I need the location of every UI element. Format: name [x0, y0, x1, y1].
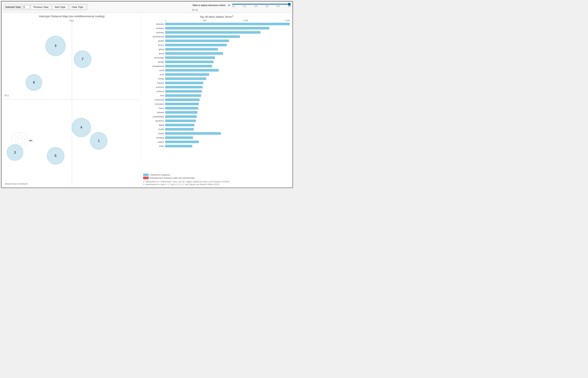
legend-red: Estimated term frequency within the sele…	[143, 177, 290, 179]
bar-label: group	[143, 52, 165, 54]
legend-red-box	[143, 177, 149, 179]
bar-row: pandemic	[143, 119, 290, 123]
topic-circle-6[interactable]: 6	[26, 74, 42, 91]
topic-circle-5[interactable]: 5	[47, 147, 64, 164]
tick-val-1500: 1,500	[285, 19, 290, 22]
bar-row: group	[143, 52, 290, 55]
bar-label: pandemic	[143, 120, 165, 122]
bar-fill	[165, 90, 202, 93]
clear-topic-button[interactable]: Clear Topic	[69, 5, 86, 9]
topic-circle-7[interactable]: 7	[74, 51, 91, 68]
bar-label: growth	[143, 40, 165, 42]
bar-fill	[165, 65, 212, 67]
slider-fill	[232, 4, 291, 5]
tick-06: 0.6	[266, 5, 268, 7]
tick-0: 0.0	[232, 5, 235, 7]
bar-row: support	[143, 140, 290, 144]
tick-val-0: 0	[165, 19, 166, 22]
bar-track	[165, 136, 290, 139]
bar-fill	[165, 86, 202, 88]
topic-circle-1[interactable]: 1	[90, 132, 107, 149]
slider-thumb[interactable]	[288, 3, 291, 6]
bar-row: digital	[143, 123, 290, 127]
bar-track	[165, 40, 290, 42]
bar-fill	[165, 77, 206, 80]
topic-circle-3[interactable]: 3	[45, 36, 66, 56]
previous-topic-button[interactable]: Previous Topic	[31, 5, 51, 9]
bar-track	[165, 120, 290, 122]
tick-02: 0.2	[243, 5, 246, 7]
bar-label: company	[143, 27, 165, 29]
bar-fill	[165, 98, 200, 101]
legend-blue: Overall term frequency	[143, 174, 290, 176]
bar-label: share	[143, 145, 165, 147]
bar-fill	[165, 56, 215, 59]
tick-04: 0.4	[254, 5, 257, 7]
legend-red-label: Estimated term frequency within the sele…	[150, 177, 195, 179]
bar-track	[165, 145, 290, 147]
bar-fill	[165, 44, 227, 46]
bar-row: innovation	[143, 102, 290, 106]
slider-track[interactable]	[232, 4, 291, 5]
intertopic-map-title: Intertopic Distance Map (via multidimens…	[4, 15, 139, 18]
bar-row: service	[143, 43, 290, 47]
marginal-label-2: 10%	[29, 139, 33, 142]
bar-track	[165, 65, 290, 67]
marginal-label: Marginal topic distribution	[5, 183, 28, 185]
bar-row: sustainability	[143, 115, 290, 119]
bar-label: future	[143, 107, 165, 109]
bar-fill	[165, 145, 192, 147]
bar-row: time	[143, 94, 290, 97]
footnote: 1. saliency(term w) = frequency(w) * [su…	[143, 180, 290, 186]
bar-label: sustainability	[143, 116, 165, 118]
bar-fill	[165, 82, 203, 84]
bar-fill	[165, 69, 219, 72]
bar-track	[165, 23, 290, 25]
bar-label: service	[143, 44, 165, 46]
tick-08: 0.8	[277, 5, 280, 7]
bar-fill	[165, 128, 194, 131]
bar-row: business	[143, 22, 290, 26]
bar-row: community	[143, 98, 290, 102]
bar-fill	[165, 136, 193, 139]
bar-fill	[165, 27, 269, 29]
bar-track	[165, 141, 290, 143]
marginal-circle-2	[17, 138, 23, 144]
topic-circle-4[interactable]: 4	[72, 118, 91, 137]
bar-track	[165, 128, 290, 131]
bar-fill	[165, 61, 214, 63]
bar-track	[165, 115, 290, 118]
bar-track	[165, 77, 290, 80]
topic-circle-2[interactable]: 2	[7, 144, 23, 161]
bar-fill	[165, 132, 221, 135]
bar-label: including	[143, 136, 165, 139]
bar-fill	[165, 141, 199, 143]
bar-label: energy	[143, 78, 165, 80]
bar-fill	[165, 73, 209, 76]
bar-row: technology	[143, 56, 290, 60]
bar-track	[165, 90, 290, 93]
bar-label: industry	[143, 82, 165, 84]
selected-topic-input[interactable]	[23, 5, 30, 9]
lambda-label: λ = 1	[192, 8, 198, 11]
bar-chart-superscript: 1	[232, 15, 233, 17]
bar-label: time	[143, 94, 165, 97]
bar-row: company	[143, 26, 290, 30]
bar-fill	[165, 52, 223, 55]
bar-row: global	[143, 47, 290, 51]
bar-row: including	[143, 136, 290, 140]
bar-fill	[165, 120, 196, 122]
bar-track	[165, 44, 290, 46]
next-topic-button[interactable]: Next Topic	[52, 5, 68, 9]
bar-row: continue	[143, 89, 290, 93]
bar-track	[165, 31, 290, 34]
bar-label: continue	[143, 90, 165, 93]
bar-track	[165, 107, 290, 109]
legend-blue-label: Overall term frequency	[150, 174, 170, 176]
bar-label: health	[143, 128, 165, 130]
bar-track	[165, 111, 290, 114]
bar-chart-title-text: Top-30 Most Salient Terms	[200, 15, 232, 18]
bar-track	[165, 82, 290, 84]
bar-row: world	[143, 68, 290, 72]
bar-label: economy	[143, 86, 165, 88]
